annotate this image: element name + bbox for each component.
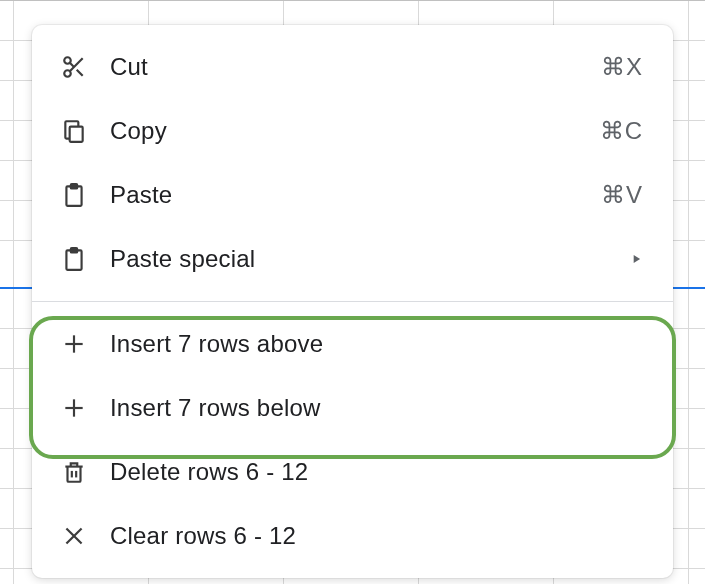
delete-rows-menu-item[interactable]: Delete rows 6 - 12: [32, 440, 673, 504]
svg-rect-7: [71, 184, 78, 188]
insert-rows-above-menu-item[interactable]: Insert 7 rows above: [32, 312, 673, 376]
menu-item-label: Delete rows 6 - 12: [110, 458, 643, 486]
svg-point-0: [64, 57, 71, 64]
svg-point-1: [64, 70, 71, 77]
menu-item-label: Insert 7 rows below: [110, 394, 643, 422]
trash-icon: [60, 458, 88, 486]
svg-rect-9: [71, 248, 78, 252]
menu-item-label: Insert 7 rows above: [110, 330, 643, 358]
svg-rect-5: [70, 127, 83, 142]
plus-icon: [60, 330, 88, 358]
clipboard-icon: [60, 181, 88, 209]
svg-line-3: [77, 70, 83, 76]
chevron-right-icon: [629, 252, 643, 266]
close-icon: [60, 522, 88, 550]
clipboard-icon: [60, 245, 88, 273]
plus-icon: [60, 394, 88, 422]
menu-item-label: Clear rows 6 - 12: [110, 522, 643, 550]
menu-shortcut: ⌘C: [600, 117, 643, 145]
paste-special-menu-item[interactable]: Paste special: [32, 227, 673, 291]
context-menu: Cut ⌘X Copy ⌘C Paste ⌘V Paste: [32, 25, 673, 578]
menu-item-label: Copy: [110, 117, 600, 145]
menu-item-label: Paste: [110, 181, 601, 209]
cut-menu-item[interactable]: Cut ⌘X: [32, 35, 673, 99]
scissors-icon: [60, 53, 88, 81]
menu-shortcut: ⌘V: [601, 181, 643, 209]
menu-item-label: Paste special: [110, 245, 629, 273]
copy-icon: [60, 117, 88, 145]
clear-rows-menu-item[interactable]: Clear rows 6 - 12: [32, 504, 673, 568]
paste-menu-item[interactable]: Paste ⌘V: [32, 163, 673, 227]
copy-menu-item[interactable]: Copy ⌘C: [32, 99, 673, 163]
menu-shortcut: ⌘X: [601, 53, 643, 81]
menu-item-label: Cut: [110, 53, 601, 81]
insert-rows-below-menu-item[interactable]: Insert 7 rows below: [32, 376, 673, 440]
svg-line-4: [70, 63, 74, 67]
menu-divider: [32, 301, 673, 302]
